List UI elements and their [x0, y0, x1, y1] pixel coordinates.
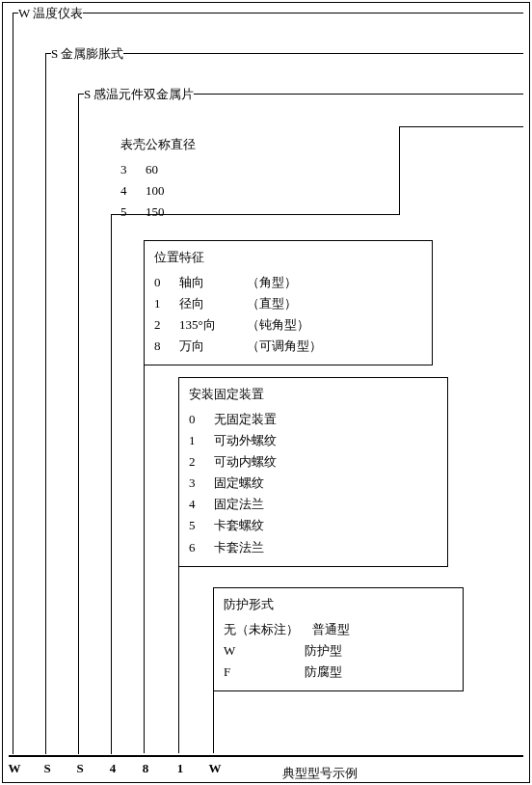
level-2-line — [45, 54, 46, 754]
level-2-code: S — [51, 46, 58, 61]
protect-box: 防护形式 无（未标注）普通型 W防护型 F防腐型 — [213, 587, 464, 691]
position-item: 1径向（直型） — [154, 293, 422, 314]
diameter-box: 表壳公称直径 360 4100 5150 — [111, 126, 400, 215]
example-code-2: S — [72, 761, 88, 776]
mount-item: 2可动内螺纹 — [189, 451, 438, 473]
level-3-label: S 感温元件双金属片 — [84, 86, 194, 103]
example-code-3: 4 — [105, 761, 120, 776]
protect-item: 无（未标注）普通型 — [224, 619, 453, 640]
level-2-label: S 金属膨胀式 — [51, 45, 123, 63]
example-label: 典型型号示例 — [282, 765, 358, 782]
level-3-line — [78, 95, 79, 754]
example-code-6: W — [207, 761, 223, 776]
mount-item: 6卡套法兰 — [189, 537, 438, 558]
position-item: 8万向（可调角型） — [154, 336, 422, 357]
mount-item: 4固定法兰 — [189, 494, 438, 515]
bottom-line — [9, 755, 523, 757]
mount-box: 安装固定装置 0无固定装置 1可动外螺纹 2可动内螺纹 3固定螺纹 4固定法兰 … — [178, 377, 448, 567]
level-1 — [13, 13, 523, 14]
level-1-line — [13, 14, 13, 754]
protect-item: W防护型 — [224, 640, 453, 662]
example-code-5: 1 — [173, 761, 188, 776]
position-item: 2135°向（钝角型） — [154, 314, 422, 336]
level-4-line — [111, 127, 112, 754]
protect-title: 防护形式 — [224, 596, 453, 613]
position-item: 0轴向（角型） — [154, 272, 422, 293]
mount-item: 3固定螺纹 — [189, 473, 438, 494]
diameter-item: 4100 — [120, 180, 389, 202]
example-code-1: S — [40, 761, 55, 776]
protect-item: F防腐型 — [224, 662, 453, 683]
diameter-item: 5150 — [120, 202, 389, 223]
level-2-text: 金属膨胀式 — [61, 46, 123, 61]
mount-item: 0无固定装置 — [189, 409, 438, 430]
mount-title: 安装固定装置 — [189, 386, 438, 403]
position-box: 位置特征 0轴向（角型） 1径向（直型） 2135°向（钝角型） 8万向（可调角… — [144, 240, 433, 365]
level-1-text: 温度仪表 — [33, 6, 83, 20]
example-code-4: 8 — [138, 761, 153, 776]
diameter-title: 表壳公称直径 — [120, 136, 389, 153]
mount-item: 5卡套螺纹 — [189, 515, 438, 536]
position-title: 位置特征 — [154, 249, 422, 266]
level-1-label: W 温度仪表 — [18, 5, 83, 22]
diagram-frame: W 温度仪表 S 金属膨胀式 S 感温元件双金属片 表壳公称直径 360 410… — [2, 2, 530, 783]
mount-item: 1可动外螺纹 — [189, 430, 438, 451]
level-3-text: 感温元件双金属片 — [93, 87, 194, 101]
level-1-code: W — [18, 6, 30, 20]
diameter-item: 360 — [120, 159, 389, 180]
example-code-0: W — [7, 761, 22, 776]
level-3-code: S — [84, 87, 91, 101]
